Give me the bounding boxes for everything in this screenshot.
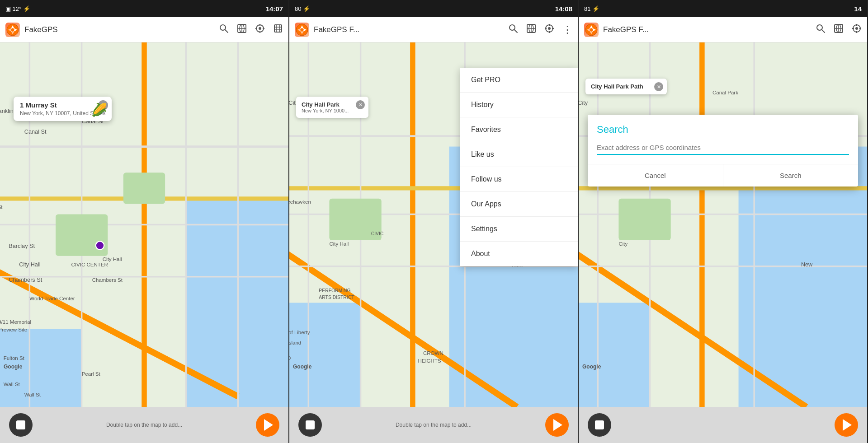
menu-item-settings[interactable]: Settings [460, 217, 578, 242]
svg-text:Fulton St: Fulton St [4, 355, 25, 361]
panel-1: ▣ 12° ⚡ 14:07 FakeGPS [0, 0, 289, 443]
bottom-controls-3 [579, 407, 867, 443]
status-icons-left-2: 80 ⚡ [295, 5, 310, 12]
menu-item-like-us[interactable]: Like us [460, 142, 578, 167]
globe-icon-3[interactable] [834, 23, 844, 36]
search-dialog-actions: Cancel Search [588, 164, 858, 187]
app-logo-1 [5, 23, 20, 37]
status-left-2: 80 ⚡ [295, 5, 310, 12]
globe-icon-2[interactable] [526, 23, 536, 36]
search-icon-2[interactable] [508, 23, 518, 36]
status-bar-1: ▣ 12° ⚡ 14:07 [0, 0, 288, 17]
svg-rect-126 [618, 199, 670, 240]
status-right-2: 14:08 [555, 5, 572, 13]
status-right-1: 14:07 [266, 5, 283, 13]
play-icon-1 [264, 419, 273, 431]
location-icon-2[interactable] [544, 23, 554, 36]
menu-item-get-pro[interactable]: Get PRO [460, 68, 578, 93]
svg-text:and Island: and Island [289, 340, 301, 345]
svg-line-6 [225, 30, 228, 33]
search-button-3[interactable]: Search [723, 164, 859, 187]
cancel-button-3[interactable]: Cancel [588, 164, 723, 187]
app-bar-2: FakeGPS F... [289, 17, 578, 42]
location-icon-1[interactable] [255, 23, 265, 36]
status-bar-3: 81 ⚡ 14 [579, 0, 867, 17]
location-icon-3[interactable] [852, 23, 862, 36]
svg-point-5 [220, 25, 226, 30]
stop-button-1[interactable] [9, 413, 33, 437]
svg-text:Preview Site: Preview Site [0, 327, 27, 332]
more-icon-2[interactable]: ⋮ [562, 24, 572, 36]
app-bar-icons-2: ⋮ [508, 23, 572, 36]
svg-text:City Hall: City Hall [19, 261, 40, 268]
map-popup-3: ✕ City Hall Park Path [585, 79, 667, 94]
app-title-1: FakeGPS [24, 25, 214, 34]
popup-close-2[interactable]: ✕ [356, 100, 365, 109]
svg-rect-36 [123, 173, 165, 204]
app-bar-1: FakeGPS [0, 17, 288, 42]
google-logo-2: Google [293, 364, 311, 370]
svg-text:CIVIC CENTER: CIVIC CENTER [71, 262, 108, 267]
svg-line-61 [514, 30, 517, 33]
popup-close-3[interactable]: ✕ [654, 82, 663, 91]
globe-icon-1[interactable] [237, 23, 247, 36]
menu-item-our-apps[interactable]: Our Apps [460, 192, 578, 217]
svg-text:World Trade Center: World Trade Center [29, 296, 75, 301]
svg-point-67 [548, 27, 551, 30]
menu-item-history[interactable]: History [460, 93, 578, 117]
search-dialog-title: Search [597, 124, 849, 135]
app-bar-icons-1 [219, 23, 283, 36]
svg-text:Canal Park: Canal Park [712, 90, 738, 95]
stop-icon-2 [306, 420, 315, 429]
stop-icon-3 [595, 420, 604, 429]
search-icon-3[interactable] [816, 23, 826, 36]
svg-text:CROWN: CROWN [423, 350, 443, 356]
play-icon-3 [843, 419, 852, 431]
play-button-2[interactable] [545, 413, 569, 437]
search-input-3[interactable] [597, 141, 849, 155]
svg-text:New: New [801, 261, 813, 268]
app-logo-3 [584, 23, 599, 37]
stop-button-3[interactable] [588, 413, 611, 437]
dropdown-menu-2: Get PRO History Favorites Like us Follow… [460, 68, 578, 266]
play-button-3[interactable] [835, 413, 858, 437]
map-area-1[interactable]: Franklin St Canal St Canal St West St Ba… [0, 42, 288, 407]
svg-text:Statue of Liberty: Statue of Liberty [289, 330, 310, 335]
app-bar-icons-3 [816, 23, 862, 36]
status-time-2: 14:08 [555, 5, 572, 13]
svg-text:CIVIC: CIVIC [371, 231, 384, 236]
svg-rect-17 [274, 25, 282, 32]
svg-text:City Hall: City Hall [329, 241, 349, 247]
status-left-3: 81 ⚡ [584, 5, 599, 12]
map-area-3[interactable]: Union City Canal Park City New ✕ City Ha… [579, 42, 867, 407]
status-left-1: ▣ 12° ⚡ [5, 5, 30, 12]
bottom-controls-2: Double tap on the map to add... [289, 407, 578, 443]
menu-item-about[interactable]: About [460, 242, 578, 266]
play-button-1[interactable] [256, 413, 279, 437]
stop-button-2[interactable] [298, 413, 322, 437]
menu-item-follow-us[interactable]: Follow us [460, 167, 578, 192]
play-icon-2 [553, 419, 562, 431]
svg-text:ISLAND: ISLAND [289, 355, 291, 361]
svg-text:Wall St: Wall St [4, 382, 20, 387]
menu-item-favorites[interactable]: Favorites [460, 117, 578, 142]
svg-point-102 [817, 25, 822, 30]
svg-point-109 [855, 27, 858, 30]
svg-rect-74 [289, 303, 361, 407]
layers-icon-1[interactable] [273, 23, 283, 36]
search-dialog-3: Search Cancel Search [588, 115, 858, 187]
svg-line-103 [822, 30, 825, 33]
panel-2: 80 ⚡ 14:08 FakeGPS F... [289, 0, 579, 443]
map-area-2[interactable]: Union City Weehawken City Hall CIVIC New… [289, 42, 578, 407]
panel-3: 81 ⚡ 14 FakeGPS F... [579, 0, 868, 443]
svg-text:City: City [618, 241, 627, 247]
map-popup-2: ✕ City Hall Park New York, NY 1000... [296, 97, 368, 118]
bottom-hint-2: Double tap on the map to add... [396, 422, 472, 428]
status-time-3: 14 [854, 5, 862, 13]
svg-text:Weehawken: Weehawken [289, 199, 311, 205]
popup-icon-1: 🌽 [91, 103, 107, 117]
svg-text:PERFORMING: PERFORMING [319, 288, 350, 293]
svg-text:Wall St: Wall St [24, 392, 41, 397]
search-icon-1[interactable] [219, 23, 229, 36]
status-icons-left-1: ▣ 12° ⚡ [5, 5, 30, 12]
